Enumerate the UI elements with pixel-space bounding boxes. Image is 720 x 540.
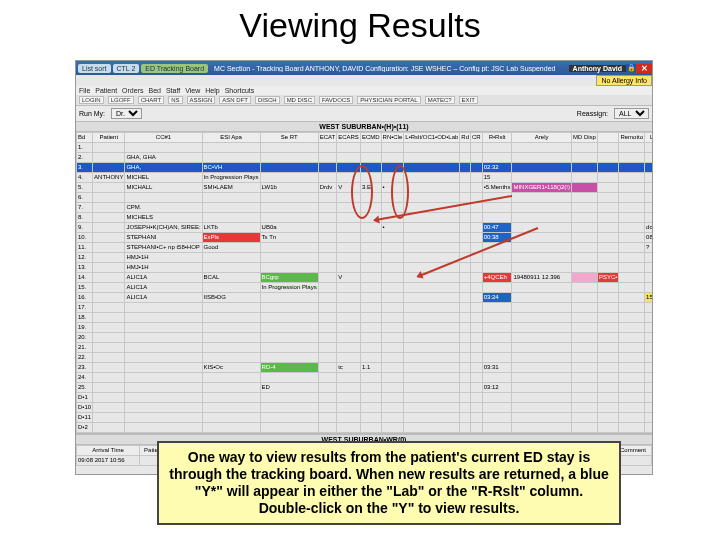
lock-icon[interactable]: 🔒	[626, 64, 636, 72]
user-label: Anthony David	[569, 65, 626, 72]
toolbar-matec[interactable]: MATEC?	[425, 96, 455, 104]
board1-grid[interactable]: BdPatientCC#1ESI ApaSe RTECATECARSECMDRN…	[76, 132, 652, 433]
menu-help[interactable]: Help	[205, 87, 219, 94]
reassign-label: Reassign:	[577, 110, 608, 117]
toolbar-asndft[interactable]: ASN DFT	[219, 96, 251, 104]
slide-title: Viewing Results	[0, 0, 720, 47]
window-titlebar: List sort CTL 2 ED Tracking Board MC Sec…	[76, 61, 652, 75]
app-screenshot: List sort CTL 2 ED Tracking Board MC Sec…	[75, 60, 653, 475]
menu-staff[interactable]: Staff	[166, 87, 180, 94]
menu-view[interactable]: View	[185, 87, 200, 94]
tab-tracking-board[interactable]: ED Tracking Board	[141, 64, 208, 73]
toolbar-mddisc[interactable]: MD DISC	[284, 96, 315, 104]
menu-patient[interactable]: Patient	[95, 87, 117, 94]
runmy-label: Run My:	[79, 110, 105, 117]
toolbar-portal[interactable]: PHYSICIAN PORTAL	[357, 96, 420, 104]
reassign-select[interactable]: ALL	[614, 108, 649, 119]
toolbar-ns[interactable]: NS	[168, 96, 182, 104]
board1-title: WEST SUBURBAN•(H)•(11)	[76, 121, 652, 132]
toolbar-favdocs[interactable]: FAVDOCS	[319, 96, 353, 104]
menu-bed[interactable]: Bed	[148, 87, 160, 94]
toolbar-exit[interactable]: EXIT	[459, 96, 478, 104]
instruction-callout: One way to view results from the patient…	[157, 441, 621, 525]
close-icon[interactable]: ✕	[636, 64, 652, 73]
toolbar-assign[interactable]: ASSIGN	[187, 96, 216, 104]
toolbar: LOGIN LGOFF CHART NS ASSIGN ASN DFT DISC…	[76, 95, 652, 106]
menu-file[interactable]: File	[79, 87, 90, 94]
toolbar-login[interactable]: LOGIN	[79, 96, 104, 104]
tab-ctl2[interactable]: CTL 2	[113, 64, 140, 73]
toolbar-chart[interactable]: CHART	[138, 96, 165, 104]
toolbar-logoff[interactable]: LGOFF	[108, 96, 134, 104]
filter-row: Run My: Dr. Reassign: ALL	[76, 106, 652, 121]
runmy-select[interactable]: Dr.	[111, 108, 142, 119]
menubar: File Patient Orders Bed Staff View Help …	[76, 86, 652, 95]
tab-listsort[interactable]: List sort	[78, 64, 111, 73]
allergy-row: No Allergy Info	[76, 75, 652, 86]
menu-shortcuts[interactable]: Shortcuts	[225, 87, 255, 94]
window-title: MC Section - Tracking Board ANTHONY, DAV…	[208, 65, 569, 72]
menu-orders[interactable]: Orders	[122, 87, 143, 94]
allergy-banner: No Allergy Info	[596, 75, 652, 86]
toolbar-disch[interactable]: DISCH	[255, 96, 280, 104]
